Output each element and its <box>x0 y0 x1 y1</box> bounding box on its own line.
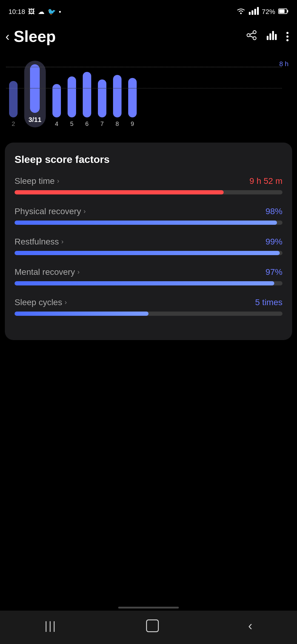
mental-recovery-progress-bg <box>15 281 282 285</box>
svg-point-6 <box>253 37 256 40</box>
bar-label-4: 4 <box>55 120 58 127</box>
more-options-button[interactable] <box>286 32 289 41</box>
svg-point-4 <box>253 31 256 34</box>
factor-physical-recovery-label: Physical recovery › <box>15 207 86 216</box>
cloud-icon: ☁ <box>38 8 45 16</box>
chevron-right-icon-3: › <box>61 238 63 246</box>
bar-label-selected: 3/11 <box>28 116 42 124</box>
chart-bar-8[interactable]: 8 <box>113 63 122 127</box>
header-left: ‹ Sleep <box>5 27 56 46</box>
navigation-bar: ||| ‹ <box>0 611 297 644</box>
svg-rect-3 <box>287 10 288 12</box>
factor-physical-recovery-value: 98% <box>265 207 282 216</box>
factor-sleep-cycles-label: Sleep cycles › <box>15 298 67 307</box>
factor-sleep-time-value: 9 h 52 m <box>249 176 282 186</box>
battery-percentage: 72% <box>262 8 275 16</box>
chart-bar-3-11[interactable]: 3/11 <box>24 61 46 127</box>
svg-point-5 <box>247 34 250 37</box>
dot-icon: • <box>59 8 61 16</box>
status-left: 10:18 🖼 ☁ 🐦 • <box>8 8 61 16</box>
wifi-icon <box>236 8 246 16</box>
sleep-time-progress-bg <box>15 190 282 194</box>
chart-bar-2[interactable]: 2 <box>9 66 18 127</box>
bar-label-7: 7 <box>100 120 104 127</box>
sleep-cycles-progress-fill <box>15 312 148 316</box>
signal-icon <box>249 7 259 17</box>
physical-recovery-progress-fill <box>15 221 277 225</box>
svg-line-8 <box>250 36 253 37</box>
status-time: 10:18 <box>8 8 25 16</box>
factor-sleep-time-label: Sleep time › <box>15 176 59 186</box>
home-button[interactable] <box>146 619 159 632</box>
factor-sleep-cycles[interactable]: Sleep cycles › 5 times <box>15 298 282 316</box>
restfulness-progress-bg <box>15 251 282 255</box>
svg-line-7 <box>250 33 253 34</box>
page-title: Sleep <box>14 27 56 46</box>
bar-label-2: 2 <box>12 120 15 127</box>
factor-restfulness-label: Restfulness › <box>15 237 64 247</box>
chart-bar-9[interactable]: 9 <box>128 63 137 127</box>
sleep-score-card: Sleep score factors Sleep time › 9 h 52 … <box>5 143 292 340</box>
restfulness-progress-fill <box>15 251 280 255</box>
factor-mental-recovery-value: 97% <box>265 267 282 277</box>
svg-rect-2 <box>279 9 285 13</box>
chart-bar-7[interactable]: 7 <box>98 63 106 127</box>
battery-icon <box>278 8 289 16</box>
sleep-cycles-progress-bg <box>15 312 282 316</box>
bar-label-6: 6 <box>85 120 88 127</box>
status-right: 72% <box>236 7 289 17</box>
gesture-pill <box>118 607 179 609</box>
chevron-right-icon: › <box>57 177 59 185</box>
physical-recovery-progress-bg <box>15 221 282 225</box>
chart-bar-6[interactable]: 6 <box>83 63 91 127</box>
bar-label-8: 8 <box>115 120 119 127</box>
bar-label-5: 5 <box>70 120 73 127</box>
chart-bar-5[interactable]: 5 <box>68 63 76 127</box>
sleep-time-progress-fill <box>15 190 224 194</box>
svg-point-0 <box>240 13 242 14</box>
back-button[interactable]: ‹ <box>5 30 9 43</box>
duck-icon: 🐦 <box>48 8 56 16</box>
factor-mental-recovery[interactable]: Mental recovery › 97% <box>15 267 282 285</box>
factor-physical-recovery[interactable]: Physical recovery › 98% <box>15 207 282 225</box>
back-nav-button[interactable]: ‹ <box>248 619 252 633</box>
sleep-chart: 8 h 2 3/11 4 <box>0 52 297 137</box>
chevron-right-icon-5: › <box>65 298 67 306</box>
factor-sleep-cycles-value: 5 times <box>255 298 282 307</box>
factor-sleep-time[interactable]: Sleep time › 9 h 52 m <box>15 176 282 194</box>
mental-recovery-progress-fill <box>15 281 274 285</box>
factor-restfulness-value: 99% <box>265 237 282 247</box>
header-right <box>246 30 289 43</box>
photo-icon: 🖼 <box>28 8 35 16</box>
bar-label-9: 9 <box>131 120 134 127</box>
factor-mental-recovery-label: Mental recovery › <box>15 267 80 277</box>
gesture-area <box>0 605 297 611</box>
page-header: ‹ Sleep <box>0 21 297 52</box>
chevron-right-icon-4: › <box>77 268 79 276</box>
status-bar: 10:18 🖼 ☁ 🐦 • 72% <box>0 0 297 21</box>
chart-bar-4[interactable]: 4 <box>52 63 61 127</box>
card-title: Sleep score factors <box>15 153 282 165</box>
share-button[interactable] <box>246 30 257 43</box>
recents-button[interactable]: ||| <box>45 619 57 632</box>
chart-button[interactable] <box>267 31 277 42</box>
chevron-right-icon-2: › <box>83 207 85 215</box>
factor-restfulness[interactable]: Restfulness › 99% <box>15 237 282 255</box>
